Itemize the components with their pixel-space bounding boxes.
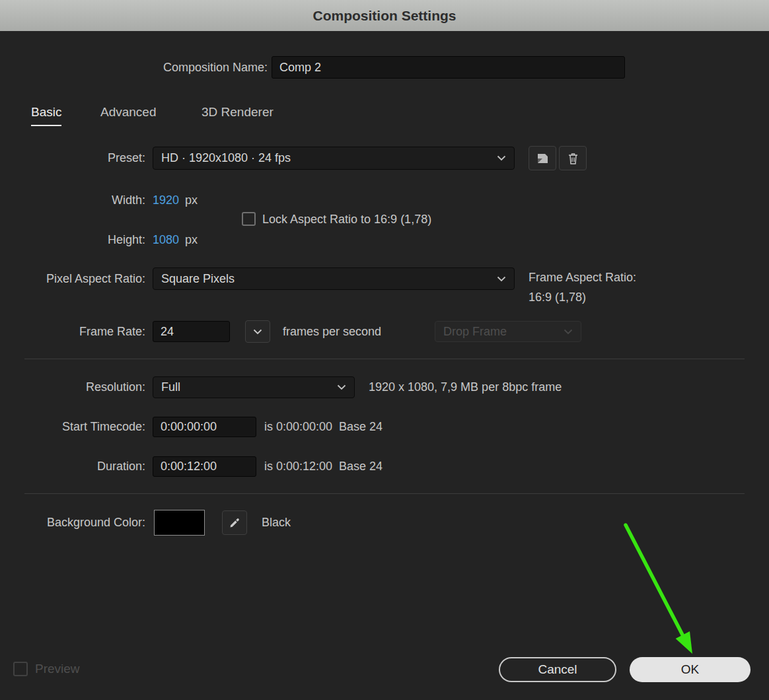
preview-label: Preview — [35, 661, 80, 677]
width-unit: px — [185, 193, 198, 207]
width-value-row: 1920px — [153, 190, 198, 210]
lock-aspect-label: Lock Aspect Ratio to 16:9 (1,78) — [262, 211, 431, 227]
height-value[interactable]: 1080 — [153, 233, 179, 246]
preset-label: Preset: — [0, 147, 145, 170]
save-preset-button[interactable] — [529, 146, 556, 170]
eyedropper-icon — [228, 516, 241, 530]
tab-basic[interactable]: Basic — [31, 105, 61, 126]
cancel-button[interactable]: Cancel — [499, 657, 616, 682]
resolution-value: Full — [161, 380, 180, 394]
divider — [24, 359, 745, 359]
frame-rate-suffix: frames per second — [283, 321, 381, 342]
width-value[interactable]: 1920 — [153, 193, 179, 207]
frame-rate-dropdown-button[interactable] — [245, 320, 270, 343]
composition-name-label: Composition Name: — [0, 56, 268, 79]
dialog-title: Composition Settings — [313, 8, 457, 24]
delete-preset-button[interactable] — [559, 146, 587, 170]
pixel-aspect-ratio-value: Square Pixels — [161, 272, 235, 286]
resolution-label: Resolution: — [0, 376, 145, 398]
divider — [24, 493, 745, 494]
duration-label: Duration: — [0, 456, 145, 477]
frame-aspect-ratio-label: Frame Aspect Ratio: — [529, 268, 636, 287]
chevron-down-icon — [497, 276, 506, 282]
start-timecode-info: is 0:00:00:00 Base 24 — [264, 416, 383, 437]
height-label: Height: — [0, 230, 145, 250]
composition-name-input[interactable] — [272, 56, 625, 79]
duration-info: is 0:00:12:00 Base 24 — [264, 456, 383, 477]
start-timecode-label: Start Timecode: — [0, 416, 145, 437]
background-color-name: Black — [262, 510, 291, 535]
width-label: Width: — [0, 190, 145, 210]
preview-checkbox[interactable] — [13, 662, 28, 676]
preset-value: HD · 1920x1080 · 24 fps — [161, 151, 291, 165]
duration-input[interactable] — [153, 456, 256, 477]
height-unit: px — [185, 233, 198, 246]
height-value-row: 1080px — [153, 230, 198, 250]
frame-aspect-ratio-value: 16:9 (1,78) — [529, 288, 586, 306]
pixel-aspect-ratio-label: Pixel Aspect Ratio: — [0, 267, 145, 290]
chevron-down-icon — [497, 155, 506, 161]
frame-rate-input[interactable] — [153, 321, 230, 342]
pixel-aspect-ratio-dropdown[interactable]: Square Pixels — [153, 267, 515, 290]
resolution-info: 1920 x 1080, 7,9 MB per 8bpc frame — [369, 376, 562, 398]
lock-aspect-checkbox[interactable] — [242, 212, 256, 226]
composition-settings-dialog: Composition Settings Composition Name: B… — [0, 0, 769, 700]
chevron-down-icon — [337, 384, 346, 390]
drop-frame-dropdown: Drop Frame — [435, 321, 581, 342]
dialog-titlebar[interactable]: Composition Settings — [0, 0, 769, 31]
drop-frame-value: Drop Frame — [443, 325, 507, 339]
save-preset-icon — [536, 153, 549, 164]
background-color-swatch[interactable] — [154, 510, 205, 536]
resolution-dropdown[interactable]: Full — [153, 376, 355, 398]
preset-dropdown[interactable]: HD · 1920x1080 · 24 fps — [153, 147, 515, 170]
chevron-down-icon — [253, 329, 262, 335]
start-timecode-input[interactable] — [153, 417, 256, 437]
chevron-down-icon — [564, 329, 573, 335]
ok-button[interactable]: OK — [630, 657, 751, 682]
tab-3d-renderer[interactable]: 3D Renderer — [201, 105, 274, 125]
tab-advanced[interactable]: Advanced — [100, 105, 157, 125]
trash-icon — [567, 152, 579, 165]
eyedropper-button[interactable] — [222, 510, 247, 535]
background-color-label: Background Color: — [0, 510, 145, 535]
frame-rate-label: Frame Rate: — [0, 321, 145, 342]
